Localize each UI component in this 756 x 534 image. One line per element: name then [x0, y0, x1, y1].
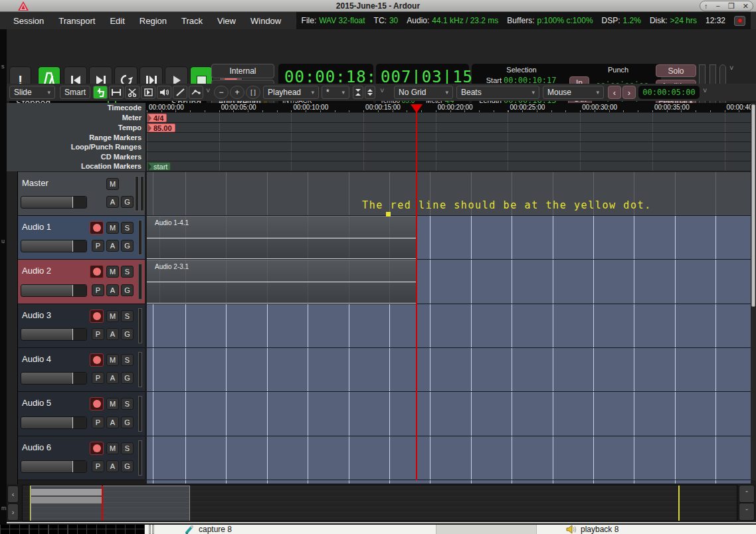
track-name[interactable]: Master: [22, 178, 48, 188]
close-button[interactable]: ✕: [743, 1, 749, 11]
track-height-select[interactable]: *▾: [322, 86, 349, 99]
mute-button[interactable]: M: [106, 178, 119, 190]
afl-button[interactable]: A: [106, 328, 119, 340]
ruler-label-loop-punch[interactable]: Loop/Punch Ranges: [71, 143, 142, 151]
ruler-area[interactable]: 00:00:00:0000:00:05:0000:00:10:0000:00:1…: [147, 103, 751, 171]
minimize-button[interactable]: −: [715, 1, 719, 11]
solo-button[interactable]: S: [121, 310, 134, 322]
mute-button[interactable]: M: [106, 222, 119, 234]
gain-auto-button[interactable]: G: [121, 328, 134, 340]
gain-fader[interactable]: [21, 284, 87, 297]
mute-button[interactable]: M: [106, 398, 119, 410]
menu-session[interactable]: Session: [13, 16, 44, 26]
afl-button[interactable]: A: [106, 372, 119, 384]
solo-button[interactable]: S: [121, 266, 134, 278]
gain-fader[interactable]: [21, 240, 87, 252]
canvas-audio2-row[interactable]: Audio 2-3.1: [147, 260, 751, 304]
expand-tracks-button[interactable]: [365, 86, 375, 99]
track-name[interactable]: Audio 4: [22, 354, 51, 364]
zoom-out-button[interactable]: −: [214, 86, 229, 99]
gain-fader[interactable]: [21, 372, 87, 385]
grid-select[interactable]: No Grid▾: [394, 86, 453, 99]
nudge-forward-button[interactable]: ›: [622, 86, 636, 99]
solo-button[interactable]: S: [121, 442, 134, 454]
region-audio2[interactable]: Audio 2-3.1: [147, 260, 417, 304]
zoom-in-button[interactable]: +: [230, 86, 244, 99]
record-enable-button[interactable]: [90, 221, 104, 234]
gain-fader[interactable]: [21, 328, 87, 341]
playback-port[interactable]: playback 8: [566, 525, 618, 534]
canvas-audio3-row[interactable]: [147, 304, 751, 348]
gain-auto-button[interactable]: G: [121, 460, 134, 472]
location-markers-ruler[interactable]: start: [147, 161, 751, 171]
playhead-marker[interactable]: [411, 104, 423, 113]
stretch-tool-button[interactable]: [141, 86, 155, 99]
ruler-label-tempo[interactable]: Tempo: [118, 124, 142, 132]
canvas-audio4-row[interactable]: [147, 348, 751, 392]
mute-button[interactable]: M: [106, 310, 119, 322]
scroll-right-button[interactable]: ›: [7, 503, 19, 521]
playlist-button[interactable]: P: [92, 372, 104, 384]
gain-auto-button[interactable]: G: [121, 416, 134, 428]
cd-markers-ruler[interactable]: [147, 152, 751, 161]
edit-mode-select[interactable]: Slide▾: [9, 86, 55, 99]
nudge-clock[interactable]: 00:00:05:00: [638, 86, 700, 99]
meter-marker[interactable]: 4/4: [147, 114, 167, 122]
canvas-audio6-row[interactable]: [147, 436, 751, 480]
record-enable-button[interactable]: [90, 442, 104, 455]
ruler-label-timecode[interactable]: Timecode: [108, 104, 142, 112]
gain-fader[interactable]: [21, 416, 87, 429]
gain-auto-button[interactable]: G: [121, 196, 134, 208]
smart-mode-button[interactable]: Smart: [60, 86, 90, 99]
zoom-fit-button[interactable]: [ ]: [246, 86, 260, 99]
track-header-audio2[interactable]: Audio 2 M S P A G: [18, 260, 145, 304]
resize-grip[interactable]: [149, 525, 151, 534]
mute-button[interactable]: M: [106, 354, 119, 366]
track-header-audio5[interactable]: Audio 5 M S P A G: [18, 392, 145, 436]
cut-tool-button[interactable]: [125, 86, 140, 99]
menu-edit[interactable]: Edit: [110, 16, 124, 26]
scroll-left-button[interactable]: ‹: [7, 486, 19, 503]
mute-button[interactable]: M: [106, 266, 119, 278]
afl-button[interactable]: A: [106, 416, 119, 428]
playlist-button[interactable]: P: [92, 240, 104, 252]
playlist-button[interactable]: P: [92, 328, 104, 340]
track-header-master[interactable]: Master M A G: [18, 172, 145, 216]
start-marker[interactable]: start: [147, 162, 171, 171]
capture-port[interactable]: capture 8: [185, 525, 232, 534]
audition-tool-button[interactable]: [157, 86, 171, 99]
grid-units-select[interactable]: Beats▾: [456, 86, 539, 99]
summary-strip[interactable]: [22, 485, 737, 521]
menu-region[interactable]: Region: [140, 16, 167, 26]
gain-auto-button[interactable]: G: [121, 372, 134, 384]
ruler-label-location-markers[interactable]: Location Markers: [81, 162, 142, 170]
summary-up-button[interactable]: ˆ: [739, 485, 755, 503]
track-header-audio4[interactable]: Audio 4 M S P A G: [18, 348, 145, 392]
playhead-line[interactable]: [416, 104, 417, 480]
shade-button[interactable]: ↑: [704, 1, 708, 11]
menu-view[interactable]: View: [217, 16, 236, 26]
range-tool-button[interactable]: [109, 86, 124, 99]
track-name[interactable]: Audio 5: [22, 398, 51, 408]
resize-grip[interactable]: [152, 525, 154, 534]
menu-track[interactable]: Track: [181, 16, 203, 26]
record-enable-button[interactable]: [90, 353, 104, 367]
timecode-ruler[interactable]: 00:00:00:0000:00:05:0000:00:10:0000:00:1…: [147, 103, 751, 113]
track-scroll-strip[interactable]: [7, 171, 18, 484]
menu-window[interactable]: Window: [250, 16, 281, 26]
range-markers-ruler[interactable]: [147, 133, 751, 142]
afl-button[interactable]: A: [106, 196, 119, 208]
loop-punch-ruler[interactable]: [147, 142, 751, 152]
zoom-focus-select[interactable]: Playhead▾: [263, 86, 319, 99]
shrink-tracks-button[interactable]: [353, 86, 363, 99]
nudge-chevron-icon[interactable]: ˅: [703, 86, 707, 94]
ruler-label-meter[interactable]: Meter: [122, 114, 142, 122]
meter-ruler[interactable]: 4/4: [147, 113, 751, 123]
error-log-button[interactable]: [734, 16, 745, 26]
mute-button[interactable]: M: [106, 442, 119, 454]
canvas-audio5-row[interactable]: [147, 392, 751, 436]
scrollbar-thumb[interactable]: [751, 104, 755, 307]
nudge-back-button[interactable]: ‹: [608, 86, 621, 99]
solo-button[interactable]: S: [121, 398, 134, 410]
zoom-chevron-icon[interactable]: ˅: [380, 86, 384, 94]
